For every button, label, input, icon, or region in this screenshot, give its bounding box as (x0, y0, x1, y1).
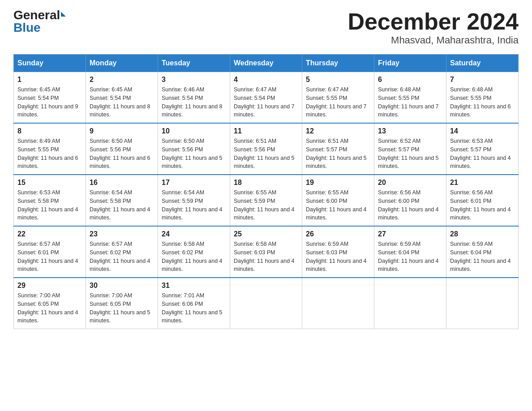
day-info: Sunrise: 6:47 AM Sunset: 5:55 PM Dayligh… (306, 86, 370, 119)
table-row: 24 Sunrise: 6:58 AM Sunset: 6:02 PM Dayl… (158, 226, 230, 278)
table-row: 17 Sunrise: 6:54 AM Sunset: 5:59 PM Dayl… (158, 175, 230, 226)
table-row: 5 Sunrise: 6:47 AM Sunset: 5:55 PM Dayli… (302, 72, 374, 124)
table-row: 9 Sunrise: 6:50 AM Sunset: 5:56 PM Dayli… (86, 123, 158, 175)
day-info: Sunrise: 6:50 AM Sunset: 5:56 PM Dayligh… (90, 137, 154, 171)
table-row: 4 Sunrise: 6:47 AM Sunset: 5:54 PM Dayli… (230, 72, 302, 124)
day-info: Sunrise: 6:58 AM Sunset: 6:02 PM Dayligh… (162, 240, 226, 274)
day-info: Sunrise: 6:58 AM Sunset: 6:03 PM Dayligh… (234, 240, 298, 274)
day-number: 14 (450, 127, 515, 135)
day-info: Sunrise: 6:56 AM Sunset: 6:01 PM Dayligh… (450, 188, 515, 222)
day-info: Sunrise: 6:49 AM Sunset: 5:55 PM Dayligh… (17, 137, 82, 171)
day-info: Sunrise: 6:57 AM Sunset: 6:01 PM Dayligh… (17, 240, 82, 274)
table-row (374, 278, 446, 329)
day-info: Sunrise: 6:46 AM Sunset: 5:54 PM Dayligh… (162, 86, 226, 119)
day-info: Sunrise: 6:50 AM Sunset: 5:56 PM Dayligh… (162, 137, 226, 171)
day-number: 7 (450, 76, 515, 84)
day-info: Sunrise: 6:59 AM Sunset: 6:04 PM Dayligh… (378, 240, 442, 274)
table-row: 15 Sunrise: 6:53 AM Sunset: 5:58 PM Dayl… (14, 175, 86, 226)
table-row: 6 Sunrise: 6:48 AM Sunset: 5:55 PM Dayli… (374, 72, 446, 124)
table-row: 20 Sunrise: 6:56 AM Sunset: 6:00 PM Dayl… (374, 175, 446, 226)
logo-triangle-icon (61, 12, 66, 17)
day-number: 21 (450, 179, 515, 187)
day-number: 8 (17, 127, 82, 135)
day-info: Sunrise: 6:59 AM Sunset: 6:04 PM Dayligh… (450, 240, 515, 274)
day-number: 17 (162, 179, 226, 187)
calendar-title-area: December 2024 Mhasvad, Maharashtra, Indi… (348, 9, 519, 46)
calendar-subtitle: Mhasvad, Maharashtra, India (348, 34, 519, 46)
day-number: 15 (17, 179, 82, 187)
table-row: 23 Sunrise: 6:57 AM Sunset: 6:02 PM Dayl… (86, 226, 158, 278)
table-row: 3 Sunrise: 6:46 AM Sunset: 5:54 PM Dayli… (158, 72, 230, 124)
day-number: 31 (162, 282, 226, 290)
day-number: 22 (17, 230, 82, 238)
day-number: 1 (17, 76, 82, 84)
day-number: 3 (162, 76, 226, 84)
table-row: 12 Sunrise: 6:51 AM Sunset: 5:57 PM Dayl… (302, 123, 374, 175)
table-row (302, 278, 374, 329)
day-info: Sunrise: 6:55 AM Sunset: 6:00 PM Dayligh… (306, 188, 370, 222)
table-row: 7 Sunrise: 6:48 AM Sunset: 5:55 PM Dayli… (446, 72, 519, 124)
day-number: 30 (90, 282, 154, 290)
day-info: Sunrise: 6:54 AM Sunset: 5:58 PM Dayligh… (90, 188, 154, 222)
calendar-week-row: 1 Sunrise: 6:45 AM Sunset: 5:54 PM Dayli… (14, 72, 519, 124)
day-number: 18 (234, 179, 298, 187)
table-row: 22 Sunrise: 6:57 AM Sunset: 6:01 PM Dayl… (14, 226, 86, 278)
calendar-header-row: Sunday Monday Tuesday Wednesday Thursday… (14, 55, 519, 72)
table-row: 14 Sunrise: 6:53 AM Sunset: 5:57 PM Dayl… (446, 123, 519, 175)
day-number: 20 (378, 179, 442, 187)
day-number: 16 (90, 179, 154, 187)
day-number: 10 (162, 127, 226, 135)
col-tuesday: Tuesday (158, 55, 230, 72)
calendar-week-row: 22 Sunrise: 6:57 AM Sunset: 6:01 PM Dayl… (14, 226, 519, 278)
table-row: 26 Sunrise: 6:59 AM Sunset: 6:03 PM Dayl… (302, 226, 374, 278)
day-info: Sunrise: 6:48 AM Sunset: 5:55 PM Dayligh… (378, 86, 442, 119)
day-number: 9 (90, 127, 154, 135)
day-info: Sunrise: 6:51 AM Sunset: 5:56 PM Dayligh… (234, 137, 298, 171)
calendar-week-row: 29 Sunrise: 7:00 AM Sunset: 6:05 PM Dayl… (14, 278, 519, 329)
day-number: 6 (378, 76, 442, 84)
day-info: Sunrise: 6:57 AM Sunset: 6:02 PM Dayligh… (90, 240, 154, 274)
day-info: Sunrise: 6:45 AM Sunset: 5:54 PM Dayligh… (17, 86, 82, 119)
day-info: Sunrise: 6:55 AM Sunset: 5:59 PM Dayligh… (234, 188, 298, 222)
table-row: 19 Sunrise: 6:55 AM Sunset: 6:00 PM Dayl… (302, 175, 374, 226)
table-row: 11 Sunrise: 6:51 AM Sunset: 5:56 PM Dayl… (230, 123, 302, 175)
day-number: 23 (90, 230, 154, 238)
day-info: Sunrise: 6:47 AM Sunset: 5:54 PM Dayligh… (234, 86, 298, 119)
day-number: 5 (306, 76, 370, 84)
day-number: 19 (306, 179, 370, 187)
day-info: Sunrise: 6:59 AM Sunset: 6:03 PM Dayligh… (306, 240, 370, 274)
table-row (230, 278, 302, 329)
table-row: 10 Sunrise: 6:50 AM Sunset: 5:56 PM Dayl… (158, 123, 230, 175)
day-info: Sunrise: 6:54 AM Sunset: 5:59 PM Dayligh… (162, 188, 226, 222)
logo-main-text: General (13, 8, 66, 22)
col-saturday: Saturday (446, 55, 519, 72)
col-sunday: Sunday (14, 55, 86, 72)
table-row: 1 Sunrise: 6:45 AM Sunset: 5:54 PM Dayli… (14, 72, 86, 124)
table-row: 25 Sunrise: 6:58 AM Sunset: 6:03 PM Dayl… (230, 226, 302, 278)
table-row: 8 Sunrise: 6:49 AM Sunset: 5:55 PM Dayli… (14, 123, 86, 175)
table-row (446, 278, 519, 329)
col-monday: Monday (86, 55, 158, 72)
day-info: Sunrise: 6:56 AM Sunset: 6:00 PM Dayligh… (378, 188, 442, 222)
table-row: 28 Sunrise: 6:59 AM Sunset: 6:04 PM Dayl… (446, 226, 519, 278)
day-info: Sunrise: 6:52 AM Sunset: 5:57 PM Dayligh… (378, 137, 442, 171)
day-number: 11 (234, 127, 298, 135)
day-number: 25 (234, 230, 298, 238)
day-number: 29 (17, 282, 82, 290)
col-wednesday: Wednesday (230, 55, 302, 72)
logo-sub-text: Blue (13, 21, 41, 34)
day-number: 12 (306, 127, 370, 135)
table-row: 30 Sunrise: 7:00 AM Sunset: 6:05 PM Dayl… (86, 278, 158, 329)
calendar-week-row: 8 Sunrise: 6:49 AM Sunset: 5:55 PM Dayli… (14, 123, 519, 175)
day-number: 2 (90, 76, 154, 84)
day-number: 24 (162, 230, 226, 238)
table-row: 31 Sunrise: 7:01 AM Sunset: 6:06 PM Dayl… (158, 278, 230, 329)
table-row: 16 Sunrise: 6:54 AM Sunset: 5:58 PM Dayl… (86, 175, 158, 226)
calendar-week-row: 15 Sunrise: 6:53 AM Sunset: 5:58 PM Dayl… (14, 175, 519, 226)
day-info: Sunrise: 7:01 AM Sunset: 6:06 PM Dayligh… (162, 291, 226, 325)
day-info: Sunrise: 6:48 AM Sunset: 5:55 PM Dayligh… (450, 86, 515, 119)
table-row: 21 Sunrise: 6:56 AM Sunset: 6:01 PM Dayl… (446, 175, 519, 226)
col-thursday: Thursday (302, 55, 374, 72)
table-row: 18 Sunrise: 6:55 AM Sunset: 5:59 PM Dayl… (230, 175, 302, 226)
calendar-title: December 2024 (348, 9, 519, 34)
